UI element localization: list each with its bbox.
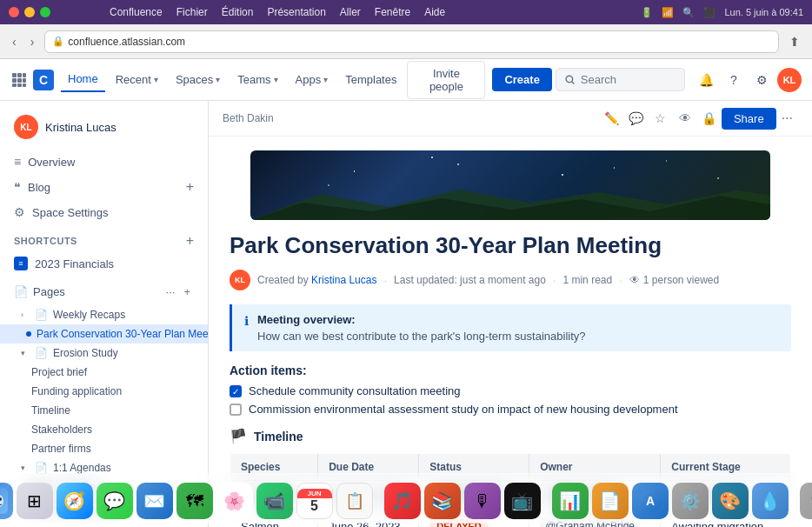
dock-separator-3 — [794, 488, 795, 519]
maps-icon[interactable]: 🗺 — [176, 483, 213, 519]
tree-stakeholders[interactable]: Stakeholders — [0, 420, 208, 439]
numbers-icon[interactable]: 📊 — [552, 483, 589, 519]
finder-icon[interactable] — [0, 483, 13, 519]
info-icon: ℹ — [244, 314, 249, 343]
tree-project-brief[interactable]: Project brief — [0, 363, 208, 382]
facetime-icon[interactable]: 📹 — [256, 483, 293, 519]
help-icon[interactable]: ? — [722, 68, 746, 92]
timeline-section-header: 🏴 Timeline — [230, 428, 791, 444]
notifications-icon[interactable]: 🔔 — [694, 68, 718, 92]
podcasts-icon[interactable]: 🎙 — [464, 483, 501, 519]
forward-button[interactable]: › — [27, 31, 38, 52]
grid-icon — [10, 71, 28, 89]
artstudio-icon[interactable]: 🎨 — [712, 483, 749, 519]
meta-last-updated: Last updated: just a moment ago — [394, 274, 546, 286]
nav-apps[interactable]: Apps ▾ — [289, 68, 336, 91]
settings-icon[interactable]: ⚙ — [749, 68, 774, 92]
tree-park-conservation[interactable]: Park Conservation 30-Year Plan Meeting — [0, 324, 208, 344]
svg-rect-3 — [12, 78, 17, 83]
svg-rect-1 — [17, 73, 22, 77]
sidebar-user[interactable]: KL Kristina Lucas — [0, 108, 208, 150]
search-icon[interactable]: 🔍 — [682, 7, 695, 18]
tree-weekly-recaps[interactable]: › 📄 Weekly Recaps — [0, 305, 208, 324]
menu-edition[interactable]: Édition — [222, 6, 254, 18]
watch-icon[interactable]: 👁 — [673, 106, 697, 130]
menu-presentation[interactable]: Présentation — [267, 6, 325, 18]
menubar-extras: ⬛ — [703, 7, 715, 18]
nav-home[interactable]: Home — [61, 67, 105, 92]
tree-funding[interactable]: Funding application — [0, 382, 208, 401]
more-actions-button[interactable]: ··· — [776, 107, 798, 130]
pages-more-button[interactable]: ··· — [163, 284, 179, 300]
restrict-icon[interactable]: 🔒 — [697, 106, 722, 130]
appstore-icon[interactable]: A — [632, 483, 669, 519]
invite-people-button[interactable]: Invite people — [407, 61, 485, 99]
mail-icon[interactable]: ✉️ — [136, 483, 173, 519]
meta-author-link[interactable]: Kristina Lucas — [311, 274, 376, 286]
blog-icon: ❝ — [14, 180, 21, 194]
sidebar-item-blog[interactable]: ❝ Blog + — [0, 174, 208, 200]
edit-icon[interactable]: ✏️ — [600, 106, 624, 130]
confluence-x-icon: C — [33, 70, 54, 90]
launchpad-icon[interactable]: ⊞ — [17, 483, 53, 519]
trash-icon[interactable]: 🗑 — [800, 483, 813, 519]
nav-teams[interactable]: Teams ▾ — [230, 68, 284, 91]
messages-icon[interactable]: 💬 — [97, 483, 133, 519]
photos-icon[interactable]: 🌸 — [216, 483, 253, 519]
tree-timeline[interactable]: Timeline — [0, 401, 208, 420]
nav-templates[interactable]: Templates — [338, 68, 403, 91]
sidebar-item-financials[interactable]: ≡ 2023 Financials — [0, 252, 208, 275]
music-icon[interactable]: 🎵 — [384, 483, 421, 519]
pages-icon[interactable]: 📄 — [592, 483, 629, 519]
shortcuts-label: SHORTCUTS — [14, 236, 77, 246]
tree-erosion-study[interactable]: ▾ 📄 Erosion Study — [0, 344, 208, 363]
page-title: Park Conservation 30-Year Plan Meeting — [230, 232, 791, 259]
menu-fichier[interactable]: Fichier — [176, 6, 208, 18]
action-item-0: ✓ Schedule community consultation meetin… — [230, 384, 791, 397]
create-button[interactable]: Create — [492, 68, 551, 91]
menu-aller[interactable]: Aller — [340, 6, 361, 18]
calendar-icon[interactable]: JUN 5 — [296, 483, 333, 519]
reminders-icon[interactable]: 📋 — [336, 483, 373, 519]
address-bar[interactable]: 🔒 confluence.atlassian.com — [44, 30, 779, 53]
blog-add-icon[interactable]: + — [186, 179, 194, 195]
appletv-icon[interactable]: 📺 — [504, 483, 541, 519]
share-button[interactable]: Share — [722, 108, 776, 130]
menu-aide[interactable]: Aide — [424, 6, 445, 18]
share-browser-button[interactable]: ⬆ — [786, 31, 803, 52]
menu-fenetre[interactable]: Fenêtre — [375, 6, 410, 18]
sidebar-item-settings[interactable]: ⚙ Space Settings — [0, 200, 208, 224]
pages-actions: ··· + — [163, 284, 194, 300]
shortcuts-add-button[interactable]: + — [186, 233, 194, 249]
search-bar[interactable]: Search — [556, 68, 685, 91]
window-controls[interactable] — [9, 7, 50, 17]
pages-add-button[interactable]: + — [180, 284, 194, 300]
checkbox-checked-icon[interactable]: ✓ — [230, 385, 242, 397]
sidebar: KL Kristina Lucas ≡ Overview ❝ Blog + ⚙ … — [0, 101, 209, 527]
confluence-logo[interactable]: C — [10, 70, 54, 90]
fullscreen-button[interactable] — [40, 7, 50, 17]
minimize-button[interactable] — [24, 7, 35, 17]
close-button[interactable] — [9, 7, 19, 17]
sequoia-icon[interactable]: 💧 — [752, 483, 789, 519]
dock-separator — [378, 488, 379, 519]
menu-app[interactable]: Confluence — [110, 6, 163, 18]
checkbox-unchecked-icon[interactable] — [230, 404, 242, 416]
action-item-text-0: Schedule community consultation meeting — [249, 384, 461, 397]
action-items-title: Action items: — [230, 364, 791, 377]
star-icon[interactable]: ☆ — [649, 106, 673, 130]
page-content-area: Park Conservation 30-Year Plan Meeting K… — [209, 137, 812, 527]
user-avatar[interactable]: KL — [777, 68, 802, 92]
meta-read-time: 1 min read — [562, 274, 612, 286]
system-preferences-icon[interactable]: ⚙️ — [672, 483, 709, 519]
nav-recent[interactable]: Recent ▾ — [109, 68, 165, 91]
timeline-title: Timeline — [254, 430, 303, 444]
nav-spaces[interactable]: Spaces ▾ — [169, 68, 227, 91]
books-icon[interactable]: 📚 — [424, 483, 461, 519]
svg-rect-2 — [23, 73, 26, 77]
back-button[interactable]: ‹ — [9, 31, 20, 52]
sidebar-item-overview[interactable]: ≡ Overview — [0, 150, 208, 174]
comment-icon[interactable]: 💬 — [624, 106, 649, 130]
tree-partner-firms[interactable]: Partner firms — [0, 439, 208, 458]
safari-icon[interactable]: 🧭 — [57, 483, 93, 519]
